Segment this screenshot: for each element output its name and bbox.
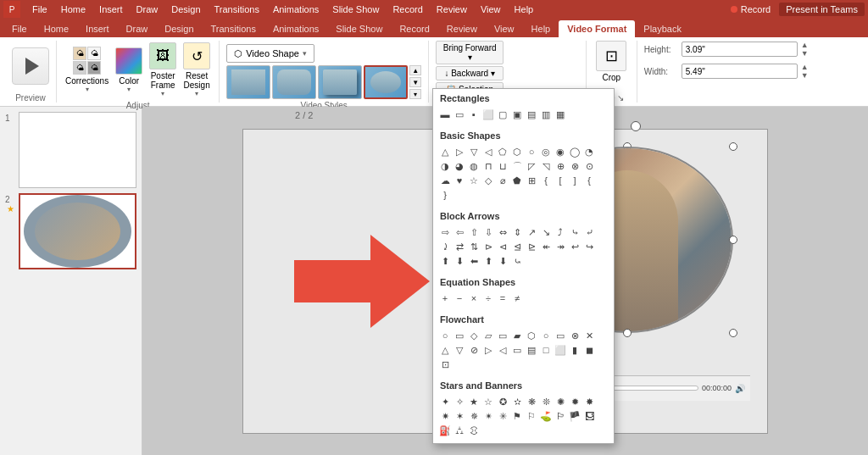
tab-transitions[interactable]: Transitions bbox=[203, 20, 264, 37]
shape-basic-33[interactable]: { bbox=[582, 174, 596, 187]
shape-basic-17[interactable]: ⌒ bbox=[510, 159, 524, 173]
height-input[interactable] bbox=[682, 42, 798, 57]
shape-arrow-19[interactable]: ↞ bbox=[539, 240, 553, 253]
shape-basic-13[interactable]: ◕ bbox=[453, 159, 466, 173]
shape-star-11[interactable]: ✸ bbox=[582, 395, 596, 408]
tab-view[interactable]: View bbox=[486, 20, 523, 37]
shape-arrow-25[interactable]: ⬅ bbox=[467, 254, 481, 268]
handle-bottom-mid[interactable] bbox=[623, 329, 632, 337]
shape-flow-16[interactable]: ◁ bbox=[496, 343, 509, 357]
shape-eq-4[interactable]: ÷ bbox=[481, 291, 495, 305]
shape-basic-32[interactable]: ] bbox=[568, 174, 581, 187]
shape-eq-2[interactable]: − bbox=[453, 291, 466, 305]
shape-arrow-1[interactable]: ⇨ bbox=[438, 225, 452, 239]
style-scroll-more[interactable]: ▾ bbox=[409, 89, 421, 99]
handle-top-right[interactable] bbox=[729, 142, 737, 151]
handle-rotate[interactable] bbox=[631, 121, 641, 131]
shape-basic-28[interactable]: ⬟ bbox=[510, 174, 524, 187]
style-thumb-4[interactable] bbox=[364, 65, 408, 99]
shape-star-1[interactable]: ✦ bbox=[438, 395, 452, 408]
style-scroll-up[interactable]: ▲ bbox=[409, 65, 421, 75]
shape-star-17[interactable]: ⚑ bbox=[510, 409, 524, 423]
corrections-button[interactable]: 🌤 🌤 🌤 🌤 Corrections ▾ bbox=[64, 45, 110, 95]
shape-flow-9[interactable]: ▭ bbox=[554, 329, 567, 342]
shape-arrow-13[interactable]: ⇄ bbox=[453, 240, 466, 253]
shape-arrow-4[interactable]: ⇩ bbox=[481, 225, 495, 239]
shape-eq-3[interactable]: × bbox=[467, 291, 481, 305]
shape-basic-19[interactable]: ◹ bbox=[539, 159, 553, 173]
shape-flow-14[interactable]: ⊘ bbox=[467, 343, 481, 357]
shape-flow-19[interactable]: □ bbox=[539, 343, 553, 357]
shape-arrow-6[interactable]: ⇕ bbox=[510, 225, 524, 239]
shape-arrow-5[interactable]: ⇔ bbox=[496, 225, 509, 239]
tab-help[interactable]: Help bbox=[523, 20, 559, 37]
shape-flow-6[interactable]: ▰ bbox=[510, 329, 524, 342]
menu-design[interactable]: Design bbox=[164, 3, 207, 16]
shape-rect-2[interactable]: ▭ bbox=[453, 108, 466, 121]
shape-basic-31[interactable]: [ bbox=[554, 174, 567, 187]
handle-bottom-right[interactable] bbox=[729, 329, 737, 337]
shape-arrow-3[interactable]: ⇧ bbox=[467, 225, 481, 239]
shape-flow-21[interactable]: ▮ bbox=[568, 343, 581, 357]
crop-button[interactable]: ⊡ bbox=[596, 41, 626, 71]
menu-transitions[interactable]: Transitions bbox=[208, 3, 266, 16]
menu-view[interactable]: View bbox=[474, 3, 508, 16]
volume-icon[interactable]: 🔊 bbox=[735, 384, 745, 393]
reset-design-button[interactable]: ↺ ResetDesign ▾ bbox=[181, 41, 212, 99]
shape-star-16[interactable]: ✳ bbox=[496, 409, 509, 423]
shape-star-21[interactable]: 🏴 bbox=[568, 409, 581, 423]
shape-arrow-18[interactable]: ⊵ bbox=[525, 240, 538, 253]
shape-arrow-15[interactable]: ⊳ bbox=[481, 240, 495, 253]
shape-flow-20[interactable]: ⬜ bbox=[554, 343, 567, 357]
menu-file[interactable]: File bbox=[25, 3, 54, 16]
shape-star-19[interactable]: ⛳ bbox=[539, 409, 553, 423]
shape-dropdown-panel[interactable]: Rectangles ▬ ▭ ▪ ⬜ ▢ ▣ ▤ ▥ ▦ Basic Shape… bbox=[432, 88, 615, 444]
shape-star-5[interactable]: ✪ bbox=[496, 395, 509, 408]
shape-star-8[interactable]: ❊ bbox=[539, 395, 553, 408]
menu-home[interactable]: Home bbox=[54, 3, 92, 16]
shape-star-13[interactable]: ✶ bbox=[453, 409, 466, 423]
shape-flow-2[interactable]: ▭ bbox=[453, 329, 466, 342]
shape-flow-11[interactable]: ✕ bbox=[582, 329, 596, 342]
shape-arrow-14[interactable]: ⇅ bbox=[467, 240, 481, 253]
shape-star-4[interactable]: ☆ bbox=[481, 395, 495, 408]
tab-design[interactable]: Design bbox=[156, 20, 202, 37]
shape-rect-9[interactable]: ▦ bbox=[554, 108, 567, 121]
tab-slideshow[interactable]: Slide Show bbox=[327, 20, 391, 37]
shape-basic-23[interactable]: ☁ bbox=[438, 174, 452, 187]
shape-star-12[interactable]: ✷ bbox=[438, 409, 452, 423]
shape-flow-12[interactable]: △ bbox=[438, 343, 452, 357]
play-button[interactable] bbox=[12, 47, 49, 85]
shape-basic-22[interactable]: ⊙ bbox=[582, 159, 596, 173]
handle-mid-right[interactable] bbox=[729, 236, 737, 244]
shape-arrow-27[interactable]: ⬇ bbox=[496, 254, 509, 268]
shape-flow-18[interactable]: ▤ bbox=[525, 343, 538, 357]
shape-basic-2[interactable]: ▷ bbox=[453, 145, 466, 158]
shape-rect-1[interactable]: ▬ bbox=[438, 108, 452, 121]
bring-forward-button[interactable]: Bring Forward ▾ bbox=[436, 41, 504, 64]
shape-flow-4[interactable]: ▱ bbox=[481, 329, 495, 342]
shape-arrow-10[interactable]: ⤷ bbox=[568, 225, 581, 239]
shape-basic-4[interactable]: ◁ bbox=[481, 145, 495, 158]
shape-basic-14[interactable]: ◍ bbox=[467, 159, 481, 173]
shape-basic-15[interactable]: ⊓ bbox=[481, 159, 495, 173]
shape-basic-1[interactable]: △ bbox=[438, 145, 452, 158]
present-teams-button[interactable]: Present in Teams bbox=[779, 3, 865, 16]
style-scroll-down[interactable]: ▼ bbox=[409, 77, 421, 87]
shape-flow-10[interactable]: ⊗ bbox=[568, 329, 581, 342]
tab-playback[interactable]: Playback bbox=[635, 20, 690, 37]
shape-arrow-20[interactable]: ↠ bbox=[554, 240, 567, 253]
menu-help[interactable]: Help bbox=[508, 3, 541, 16]
shape-arrow-7[interactable]: ↗ bbox=[525, 225, 538, 239]
shape-flow-17[interactable]: ▭ bbox=[510, 343, 524, 357]
shape-flow-23[interactable]: ⊡ bbox=[438, 358, 452, 371]
shape-basic-18[interactable]: ◸ bbox=[525, 159, 538, 173]
shape-basic-20[interactable]: ⊕ bbox=[554, 159, 567, 173]
menu-slideshow[interactable]: Slide Show bbox=[326, 3, 386, 16]
shape-arrow-17[interactable]: ⊴ bbox=[510, 240, 524, 253]
slide-thumb-2[interactable]: 2 ★ bbox=[5, 193, 136, 269]
width-input[interactable] bbox=[682, 64, 798, 79]
shape-star-2[interactable]: ✧ bbox=[453, 395, 466, 408]
shape-rect-5[interactable]: ▢ bbox=[496, 108, 509, 121]
shape-star-3[interactable]: ★ bbox=[467, 395, 481, 408]
